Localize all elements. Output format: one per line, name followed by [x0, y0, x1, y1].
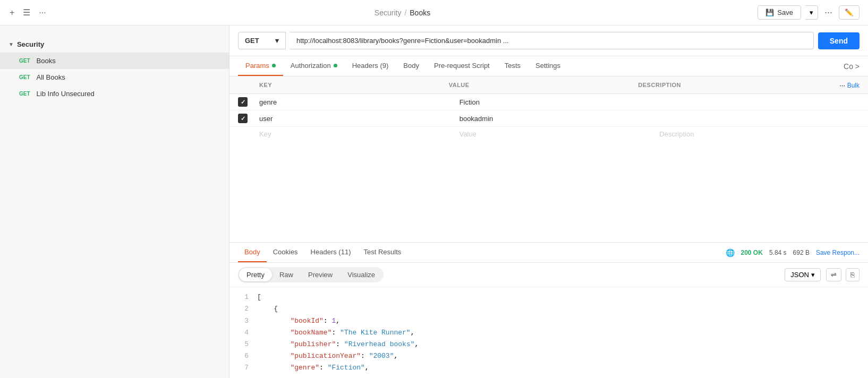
json-line: 3 "bookId": 1, [238, 315, 860, 327]
request-panel: GET ▾ Send Params Authorization Headers … [229, 25, 868, 378]
params-header: KEY VALUE DESCRIPTION ··· Bulk [229, 76, 868, 94]
response-time: 5.84 s [769, 249, 787, 256]
format-copy-button[interactable]: ⎘ [846, 268, 860, 281]
format-preview-button[interactable]: Preview [301, 268, 340, 281]
new-request-button[interactable]: + [8, 7, 15, 19]
breadcrumb-separator: / [404, 8, 406, 17]
sidebar-item-all-books[interactable]: GET All Books [0, 69, 229, 85]
checkbox-checked-icon [238, 97, 248, 107]
value-col-header: VALUE [449, 80, 639, 90]
params-table: KEY VALUE DESCRIPTION ··· Bulk genre Fic… [229, 76, 868, 242]
sidebar: ▼ Security GET Books GET All Books GET L… [0, 25, 229, 378]
method-badge-get: GET [17, 90, 32, 97]
sidebar-section-label: Security [17, 40, 44, 48]
response-tab-headers[interactable]: Headers (11) [304, 243, 358, 262]
response-tab-test-results[interactable]: Test Results [357, 243, 407, 262]
send-button[interactable]: Send [818, 32, 860, 49]
tab-headers[interactable]: Headers (9) [345, 56, 396, 76]
format-type-chevron: ▾ [811, 271, 815, 279]
url-input[interactable] [290, 32, 814, 49]
sidebar-item-label: Books [37, 57, 56, 65]
format-button-group: Pretty Raw Preview Visualize [238, 267, 384, 282]
tab-pre-request-label: Pre-request Script [434, 62, 490, 70]
json-line: 2 { [238, 303, 860, 315]
param-key-placeholder[interactable]: Key [259, 130, 459, 138]
format-type-label: JSON [790, 271, 809, 279]
breadcrumb: Security / Books [375, 8, 430, 17]
tab-body[interactable]: Body [396, 56, 427, 76]
response-tab-body[interactable]: Body [238, 243, 267, 262]
method-badge-get: GET [17, 74, 32, 81]
filter-button[interactable]: ☰ [22, 6, 31, 19]
bulk-edit-button[interactable]: Bulk [847, 82, 860, 89]
format-pretty-button[interactable]: Pretty [239, 268, 272, 281]
edit-button[interactable]: ✏️ [839, 5, 860, 20]
tab-pre-request[interactable]: Pre-request Script [427, 56, 497, 76]
format-raw-button[interactable]: Raw [272, 268, 301, 281]
format-visualize-button[interactable]: Visualize [340, 268, 382, 281]
save-response-button[interactable]: Save Respon... [816, 249, 860, 256]
json-viewer: 1 [ 2 { 3 "bookId": 1, 4 "bookName": "Th… [229, 287, 868, 378]
response-tabs: Body Cookies Headers (11) Test Results 🌐… [229, 243, 868, 263]
top-more-button[interactable]: ··· [38, 7, 47, 19]
auth-dot [334, 64, 337, 67]
tab-authorization-label: Authorization [291, 62, 331, 70]
desc-col-header: DESCRIPTION [638, 80, 828, 90]
tab-params-label: Params [245, 62, 269, 70]
response-tab-cookies[interactable]: Cookies [267, 243, 304, 262]
method-select[interactable]: GET ▾ [238, 32, 286, 49]
header-more-button[interactable]: ··· [822, 5, 835, 20]
param-key[interactable]: genre [259, 98, 459, 106]
tab-tests[interactable]: Tests [497, 56, 528, 76]
param-value-placeholder[interactable]: Value [459, 130, 660, 138]
save-dropdown-button[interactable]: ▾ [805, 5, 818, 20]
json-line: 7 "genre": "Fiction", [238, 362, 860, 374]
save-icon: 💾 [765, 8, 774, 16]
table-row-empty: Key Value Description [229, 127, 868, 141]
top-bar: + ☰ ··· Security / Books 💾 Save ▾ ··· ✏️ [0, 0, 868, 25]
request-tabs: Params Authorization Headers (9) Body Pr… [229, 56, 868, 76]
json-line: 6 "publicationYear": "2003", [238, 350, 860, 362]
tab-settings[interactable]: Settings [528, 56, 568, 76]
tab-more-button[interactable]: Co > [844, 62, 860, 71]
top-bar-right: 💾 Save ▾ ··· ✏️ [758, 5, 860, 20]
main-layout: ▼ Security GET Books GET All Books GET L… [0, 25, 868, 378]
json-line: 5 "publisher": "Riverhead books", [238, 339, 860, 350]
save-button[interactable]: 💾 Save [758, 5, 801, 20]
response-status-bar: 🌐 200 OK 5.84 s 692 B Save Respon... [726, 248, 860, 257]
url-bar: GET ▾ Send [229, 25, 868, 56]
sidebar-item-label: Lib Info Unsecured [37, 90, 95, 98]
tab-params[interactable]: Params [238, 56, 283, 76]
globe-icon: 🌐 [726, 248, 735, 257]
method-chevron-icon: ▾ [275, 37, 279, 45]
param-key[interactable]: user [259, 115, 459, 123]
tab-settings-label: Settings [535, 62, 560, 70]
format-type-select[interactable]: JSON ▾ [785, 268, 821, 281]
format-wrap-button[interactable]: ⇌ [826, 268, 841, 281]
top-bar-left: + ☰ ··· [8, 6, 47, 19]
params-more-icon[interactable]: ··· [839, 81, 845, 89]
tab-tests-label: Tests [505, 62, 521, 70]
method-badge-get: GET [17, 57, 32, 64]
sidebar-section[interactable]: ▼ Security [0, 36, 229, 53]
sidebar-item-books[interactable]: GET Books [0, 53, 229, 69]
chevron-icon: ▼ [8, 41, 14, 47]
tab-authorization[interactable]: Authorization [283, 56, 345, 76]
checkbox-user[interactable] [238, 114, 259, 123]
method-label: GET [245, 37, 259, 45]
response-section: Body Cookies Headers (11) Test Results 🌐… [229, 242, 868, 378]
param-desc-placeholder[interactable]: Description [659, 130, 860, 138]
format-toolbar: Pretty Raw Preview Visualize JSON ▾ ⇌ ⎘ [229, 263, 868, 287]
save-label: Save [777, 8, 793, 16]
sidebar-item-label: All Books [37, 73, 65, 81]
param-value[interactable]: bookadmin [459, 115, 660, 123]
tab-headers-label: Headers (9) [352, 62, 389, 70]
table-row: user bookadmin [229, 110, 868, 127]
checkbox-genre[interactable] [238, 97, 259, 107]
json-line: 4 "bookName": "The Kite Runner", [238, 327, 860, 339]
sidebar-item-lib-info[interactable]: GET Lib Info Unsecured [0, 85, 229, 102]
checkbox-checked-icon [238, 114, 248, 123]
key-col-header: KEY [259, 80, 449, 90]
tab-body-label: Body [403, 62, 419, 70]
param-value[interactable]: Fiction [459, 98, 660, 106]
